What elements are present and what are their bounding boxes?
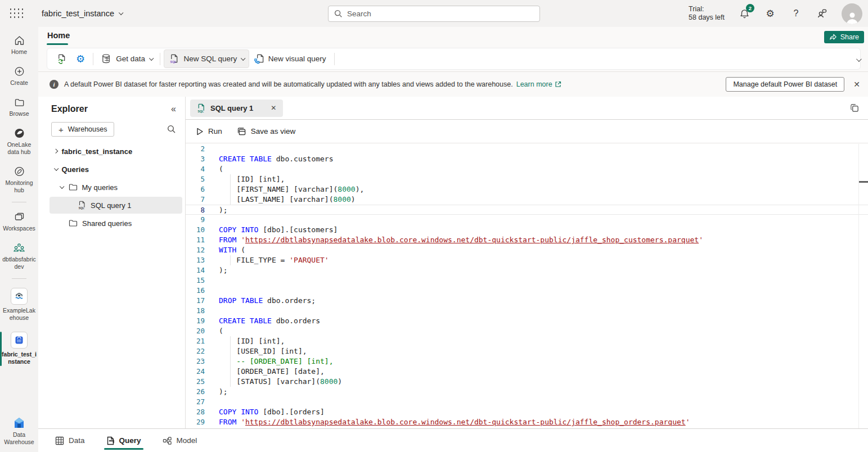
nav-label: Data Warehouse xyxy=(2,431,37,446)
app-launcher-icon[interactable] xyxy=(5,0,29,27)
code-text: [USER_ID] [int], xyxy=(219,346,307,356)
nav-item-onelake-data-hub[interactable]: OneLake data hub xyxy=(0,125,38,159)
code-line-22[interactable]: 22 [USER_ID] [int], xyxy=(186,346,868,356)
learn-more-link[interactable]: Learn more xyxy=(516,80,561,88)
add-warehouses-button[interactable]: + Warehouses xyxy=(51,122,114,137)
active-tab-underline xyxy=(47,43,68,45)
nav-item-home[interactable]: Home xyxy=(0,33,38,58)
chevron-down-icon[interactable] xyxy=(54,166,59,171)
code-line-12[interactable]: 12WITH ( xyxy=(186,245,868,255)
code-text: [FIRST_NAME] [varchar](8000), xyxy=(219,184,364,195)
code-text: COPY INTO [dbo].[orders] xyxy=(219,407,325,417)
nav-item-browse[interactable]: Browse xyxy=(0,94,38,120)
tab-close-icon[interactable]: ✕ xyxy=(271,104,276,112)
code-line-24[interactable]: 24 [ORDER_DATE] [date], xyxy=(186,367,868,377)
nav-item-examplelakehouse[interactable]: ExampleLakehouse xyxy=(0,286,38,324)
view-tab-label: Query xyxy=(119,436,141,445)
share-button[interactable]: Share xyxy=(824,31,864,43)
nav-item-dbtlabsfabricdev[interactable]: dbtlabsfabricdev xyxy=(0,240,38,273)
code-line-7[interactable]: 7 [LAST_NAME] [varchar](8000) xyxy=(186,195,868,205)
code-line-2[interactable]: 2 xyxy=(186,144,868,154)
code-line-19[interactable]: 19CREATE TABLE dbo.orders xyxy=(186,316,868,326)
save-as-view-button[interactable]: Save as view xyxy=(237,127,296,136)
code-line-13[interactable]: 13 FILE_TYPE = 'PARQUET' xyxy=(186,255,868,265)
search-input[interactable] xyxy=(347,10,534,18)
code-line-14[interactable]: 14); xyxy=(186,265,868,275)
chevron-down-icon[interactable] xyxy=(60,184,64,189)
code-line-29[interactable]: 29FROM 'https://dbtlabsynapsedatalake.bl… xyxy=(186,417,868,427)
indent-guide xyxy=(230,255,231,265)
nav-item-create[interactable]: Create xyxy=(0,64,38,89)
nav-item-workspaces[interactable]: Workspaces xyxy=(0,209,38,235)
tree-item-my-queries[interactable]: My queries xyxy=(42,178,185,196)
onelake-icon xyxy=(14,128,25,139)
help-button[interactable]: ? xyxy=(790,7,802,20)
code-line-5[interactable]: 5 [ID] [int], xyxy=(186,174,868,184)
line-number: 6 xyxy=(186,184,205,195)
code-line-20[interactable]: 20( xyxy=(186,326,868,336)
copy-icon[interactable] xyxy=(850,103,860,113)
explorer-search-icon[interactable] xyxy=(167,125,176,134)
code-line-21[interactable]: 21 [ID] [int], xyxy=(186,336,868,346)
code-line-25[interactable]: 25 [STATUS] [varchar](8000) xyxy=(186,377,868,387)
get-data-button[interactable]: Get data xyxy=(97,50,156,67)
run-button[interactable]: Run xyxy=(196,127,222,135)
home-icon xyxy=(14,35,25,46)
code-line-4[interactable]: 4( xyxy=(186,164,868,174)
code-line-6[interactable]: 6 [FIRST_NAME] [varchar](8000), xyxy=(186,184,868,195)
code-line-28[interactable]: 28COPY INTO [dbo].[orders] xyxy=(186,407,868,417)
code-line-9[interactable]: 9 xyxy=(186,215,868,225)
code-text: ( xyxy=(219,164,223,174)
plus-icon: + xyxy=(59,125,64,134)
new-sql-query-button[interactable]: SQL New SQL query xyxy=(164,49,249,68)
banner-close-icon[interactable]: ✕ xyxy=(853,80,860,89)
indent-guide xyxy=(230,356,231,367)
tree-item-sql-query-1[interactable]: SQL SQL query 1 xyxy=(42,196,185,214)
code-line-3[interactable]: 3CREATE TABLE dbo.customers xyxy=(186,154,868,164)
person-icon xyxy=(845,11,860,24)
editor-scrollbar-track[interactable] xyxy=(858,144,859,428)
line-number: 17 xyxy=(186,296,205,306)
sql-editor[interactable]: 23CREATE TABLE dbo.customers4(5 [ID] [in… xyxy=(186,144,868,428)
new-visual-query-button[interactable]: New visual query xyxy=(249,50,331,67)
view-tab-model[interactable]: Model xyxy=(163,429,197,452)
nav-item-monitoring-hub[interactable]: Monitoring hub xyxy=(0,164,38,197)
view-tab-data[interactable]: Data xyxy=(55,429,85,452)
tree-item-queries[interactable]: Queries xyxy=(42,160,185,178)
nav-item-data-warehouse[interactable]: Data Warehouse xyxy=(0,414,38,449)
workspace-switcher[interactable]: fabric_test_instance xyxy=(42,9,122,18)
code-line-27[interactable]: 27 xyxy=(186,397,868,407)
code-line-8[interactable]: 8); xyxy=(186,205,868,215)
code-line-15[interactable]: 15 xyxy=(186,275,868,286)
code-line-26[interactable]: 26); xyxy=(186,387,868,397)
tree-item-warehouse-root[interactable]: fabric_test_instance xyxy=(42,142,185,160)
code-line-11[interactable]: 11FROM 'https://dbtlabsynapsedatalake.bl… xyxy=(186,235,868,245)
chevron-right-icon[interactable] xyxy=(53,149,58,153)
code-text: ); xyxy=(219,205,228,214)
code-line-23[interactable]: 23 -- [ORDER_DATE] [int], xyxy=(186,356,868,367)
ribbon-collapse-button[interactable] xyxy=(856,54,860,64)
settings-toolbar-button[interactable]: ⚙ xyxy=(71,49,89,69)
manage-dataset-button[interactable]: Manage default Power BI dataset xyxy=(726,77,844,92)
code-line-17[interactable]: 17DROP TABLE dbo.orders; xyxy=(186,296,868,306)
tab-sql-query-1[interactable]: SQL SQL query 1 ✕ xyxy=(190,100,283,117)
collapse-panel-icon[interactable]: « xyxy=(171,104,176,114)
account-avatar[interactable] xyxy=(842,3,862,24)
code-line-10[interactable]: 10COPY INTO [dbo].[customers] xyxy=(186,225,868,235)
settings-button[interactable]: ⚙ xyxy=(764,7,776,20)
visual-query-document-icon xyxy=(254,53,264,64)
feedback-button[interactable] xyxy=(816,7,828,20)
code-line-18[interactable]: 18 xyxy=(186,306,868,316)
notifications-button[interactable]: 2 xyxy=(738,7,750,20)
explorer-title: Explorer xyxy=(51,104,88,114)
nav-label: dbtlabsfabricdev xyxy=(2,256,37,270)
line-number: 12 xyxy=(186,245,205,255)
tree-item-shared-queries[interactable]: Shared queries xyxy=(42,214,185,232)
refresh-dataset-button[interactable] xyxy=(52,50,71,67)
code-line-16[interactable]: 16 xyxy=(186,286,868,296)
view-tab-query[interactable]: Query xyxy=(106,429,141,452)
chevron-down-icon xyxy=(149,56,154,60)
nav-item-fabric-test-instance[interactable]: fabric_test_instance xyxy=(0,329,38,368)
tab-home[interactable]: Home xyxy=(47,29,70,42)
bottom-view-switcher: Data Query Model xyxy=(38,428,868,452)
